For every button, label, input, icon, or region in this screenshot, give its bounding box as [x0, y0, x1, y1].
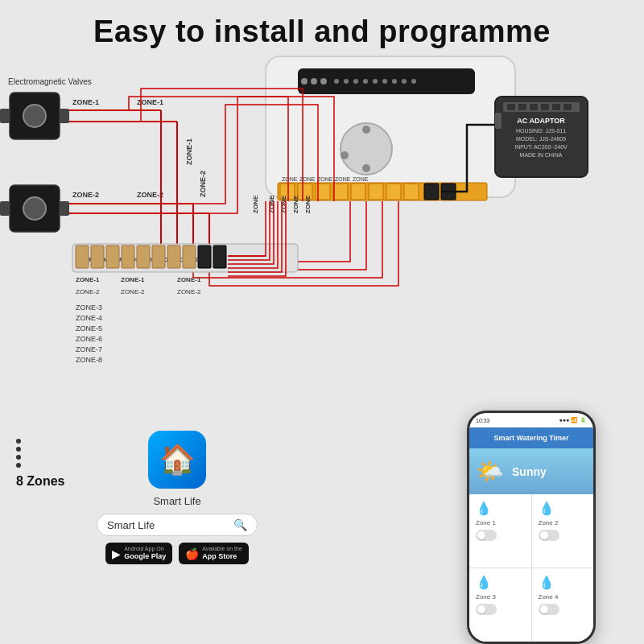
svg-rect-79 [198, 246, 211, 268]
zone-4-icon: 💧 [539, 575, 588, 590]
svg-text:ZONE-2: ZONE-2 [72, 191, 99, 199]
svg-text:ZONE-8: ZONE-8 [76, 356, 102, 364]
svg-text:ZONE: ZONE [282, 176, 298, 182]
svg-point-16 [362, 164, 370, 172]
svg-point-10 [382, 79, 387, 84]
page-title: Easy to install and programme [0, 0, 644, 49]
svg-text:Electromagnetic Valves: Electromagnetic Valves [8, 77, 92, 86]
svg-text:ZONE: ZONE [299, 176, 316, 182]
zone-1-toggle[interactable] [476, 530, 497, 541]
svg-point-11 [392, 79, 397, 84]
svg-rect-26 [404, 184, 419, 200]
svg-text:HOUSING: JJS-011: HOUSING: JJS-011 [516, 128, 566, 134]
dots-column [16, 439, 21, 468]
app-section: 🏠 Smart Life Smart Life 🔍 ▶ Android App … [97, 415, 258, 564]
zone-3-label: Zone 3 [476, 593, 525, 601]
svg-text:ZONE: ZONE [335, 176, 351, 182]
svg-point-5 [334, 79, 339, 84]
svg-text:ZONE: ZONE [304, 195, 312, 213]
app-search-bar: Smart Life 🔍 [97, 514, 258, 536]
svg-rect-76 [152, 246, 165, 268]
svg-rect-25 [386, 184, 401, 200]
svg-rect-71 [76, 246, 89, 268]
phone-weather: 🌤️ Sunny [469, 448, 593, 494]
zone-2-label: Zone 2 [539, 519, 588, 526]
svg-text:ZONE: ZONE [317, 176, 333, 182]
svg-point-13 [411, 79, 416, 84]
svg-text:ZONE: ZONE [252, 195, 259, 213]
wiring-diagram: ZONE ZONE ZONE ZONE ZONE Electromagnetic… [0, 52, 644, 407]
zone-4-toggle[interactable] [539, 604, 559, 615]
svg-text:ZONE-4: ZONE-4 [76, 314, 102, 322]
zone-3-toggle[interactable] [476, 604, 497, 615]
svg-rect-27 [424, 184, 439, 200]
phone-time: 10:33 [476, 418, 490, 423]
svg-text:ZONE-1: ZONE-1 [72, 98, 99, 106]
app-store-badge[interactable]: 🍎 Available on the App Store [179, 543, 249, 564]
svg-text:ZONE-2: ZONE-2 [137, 191, 163, 199]
svg-point-15 [362, 126, 370, 134]
phone-signal: ●●● 📶 🔋 [559, 417, 587, 423]
svg-point-8 [363, 79, 368, 84]
svg-rect-77 [167, 246, 180, 268]
svg-point-7 [353, 79, 358, 84]
zones-count-label: 8 Zones [16, 474, 64, 489]
weather-icon: 🌤️ [476, 458, 504, 485]
apple-icon: 🍎 [185, 547, 199, 560]
svg-rect-97 [518, 104, 526, 110]
svg-rect-37 [60, 109, 69, 123]
zone-1-label: Zone 1 [476, 519, 525, 526]
svg-text:ZONE-7: ZONE-7 [76, 345, 102, 353]
phone-app-title: Smart Watering Timer [469, 427, 593, 448]
svg-point-9 [373, 79, 378, 84]
svg-text:ZONE-1: ZONE-1 [177, 276, 201, 283]
svg-rect-36 [0, 109, 10, 123]
svg-rect-101 [564, 104, 572, 110]
app-store-text: Available on the App Store [202, 546, 242, 561]
phone-zone-2-card: 💧 Zone 2 [532, 494, 594, 568]
app-name-label: Smart Life [153, 495, 200, 507]
svg-point-39 [23, 197, 46, 220]
phone-status-bar: 10:33 ●●● 📶 🔋 [469, 413, 593, 427]
svg-rect-72 [91, 246, 104, 268]
google-play-icon: ▶ [112, 547, 121, 560]
svg-text:MADE IN CHINA: MADE IN CHINA [520, 152, 563, 158]
svg-text:ZONE-5: ZONE-5 [76, 324, 102, 332]
zone-3-icon: 💧 [476, 575, 525, 590]
svg-rect-75 [137, 246, 150, 268]
svg-text:ZONE-1: ZONE-1 [121, 276, 145, 283]
phone-zone-1-card: 💧 Zone 1 [469, 494, 531, 568]
svg-text:ZONE-2: ZONE-2 [177, 288, 201, 295]
svg-text:MODEL: JJS-24805: MODEL: JJS-24805 [516, 136, 566, 142]
phone-zones-grid: 💧 Zone 1 💧 Zone 2 💧 Zone 3 💧 Zone 4 [469, 494, 593, 642]
svg-rect-98 [530, 104, 538, 110]
zone-2-toggle[interactable] [539, 530, 559, 541]
svg-rect-100 [552, 104, 560, 110]
smart-life-icon: 🏠 [148, 431, 206, 489]
svg-rect-23 [351, 184, 365, 200]
phone-mockup: 10:33 ●●● 📶 🔋 Smart Watering Timer 🌤️ Su… [467, 411, 596, 644]
svg-text:AC ADAPTOR: AC ADAPTOR [517, 117, 565, 125]
store-badges: ▶ Android App On Google Play 🍎 Available… [105, 543, 249, 564]
dot-1 [16, 439, 21, 444]
zones-info: 8 Zones [16, 415, 80, 489]
svg-text:ZONE-1: ZONE-1 [76, 276, 100, 283]
bottom-section: 8 Zones 🏠 Smart Life Smart Life 🔍 ▶ Andr… [0, 407, 644, 644]
weather-label: Sunny [512, 465, 547, 478]
svg-text:ZONE: ZONE [353, 176, 369, 182]
search-bar-text: Smart Life [107, 519, 227, 531]
svg-text:ZONE: ZONE [292, 195, 299, 213]
dot-2 [16, 447, 21, 452]
dot-4 [16, 463, 21, 468]
google-play-badge[interactable]: ▶ Android App On Google Play [105, 543, 172, 564]
svg-rect-96 [507, 104, 515, 110]
svg-point-6 [344, 79, 349, 84]
google-play-text: Android App On Google Play [124, 546, 166, 561]
diagram-area: ZONE ZONE ZONE ZONE ZONE Electromagnetic… [0, 52, 644, 407]
svg-rect-78 [183, 246, 196, 268]
svg-rect-24 [369, 184, 383, 200]
svg-point-35 [23, 105, 46, 127]
svg-point-2 [301, 78, 308, 85]
svg-text:ZONE-2: ZONE-2 [199, 171, 207, 197]
svg-text:ZONE-2: ZONE-2 [121, 288, 145, 295]
